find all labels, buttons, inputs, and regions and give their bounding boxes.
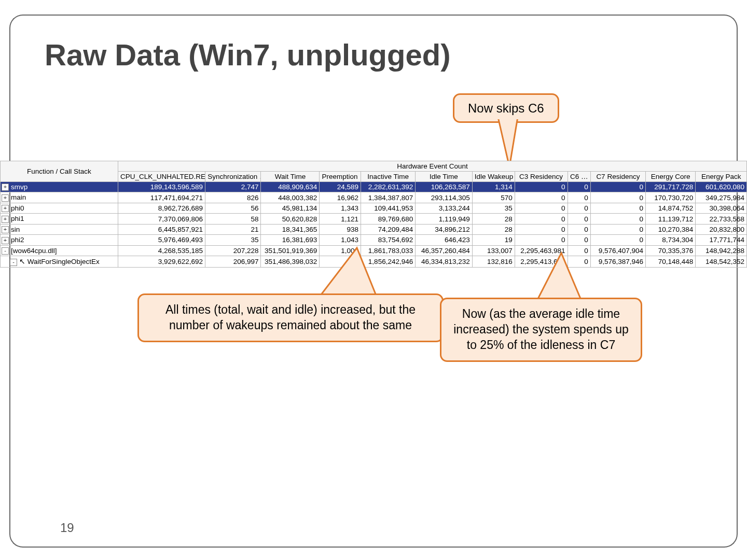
collapse-icon[interactable]: - <box>2 247 9 255</box>
cell: 2,282,631,392 <box>361 182 416 192</box>
col-header[interactable]: Idle Time <box>416 172 473 182</box>
expand-icon[interactable]: + <box>2 237 9 244</box>
data-table: Function / Call Stack Hardware Event Cou… <box>0 161 747 268</box>
expand-icon[interactable]: + <box>2 226 9 233</box>
col-header[interactable]: Energy Pack <box>696 172 747 182</box>
table-row[interactable]: +sin6,445,857,9212118,341,36593874,209,4… <box>1 224 747 234</box>
cell: 0 <box>590 192 645 203</box>
cell: 58 <box>205 214 261 224</box>
row-name[interactable]: +smvp <box>1 182 118 192</box>
callout-top: Now skips C6 <box>453 93 559 123</box>
cell: 293,114,305 <box>416 192 473 203</box>
frame-edge <box>9 44 10 519</box>
cell: 826 <box>205 192 261 203</box>
cell: 1,856,242,946 <box>361 256 416 267</box>
cell: 0 <box>590 182 645 192</box>
cell: 1,343 <box>320 203 361 213</box>
cell: 170,730,720 <box>646 192 696 203</box>
col-header[interactable]: Idle Wakeup <box>472 172 515 182</box>
frame-edge <box>38 547 709 548</box>
cell: 117,471,694,271 <box>118 192 205 203</box>
cell: 488,909,634 <box>261 182 320 192</box>
cell: 0 <box>515 192 568 203</box>
cell: 8,962,726,689 <box>118 203 205 213</box>
table-row[interactable]: +main117,471,694,271826448,003,38216,962… <box>1 192 747 203</box>
col-header-group: Hardware Event Count <box>118 161 746 172</box>
col-header[interactable]: Energy Core <box>646 172 696 182</box>
cell: 189,143,596,589 <box>118 182 205 192</box>
cell: 601,620,080 <box>696 182 747 192</box>
expand-icon[interactable]: + <box>2 205 9 212</box>
table-row[interactable]: +smvp189,143,596,5892,747488,909,63424,5… <box>1 182 747 192</box>
cell: 16,381,693 <box>261 235 320 245</box>
cell: 22,733,568 <box>696 214 747 224</box>
cell: 14,874,752 <box>646 203 696 213</box>
table-row[interactable]: +phi17,370,069,8065850,620,8281,12189,76… <box>1 214 747 224</box>
cell: 3,133,244 <box>416 203 473 213</box>
cell: 74,209,484 <box>361 224 416 234</box>
col-header[interactable]: Preemption … <box>320 172 361 182</box>
table-row[interactable]: -[wow64cpu.dll]4,268,535,185207,228351,5… <box>1 245 747 256</box>
cell: 70,335,376 <box>646 245 696 256</box>
cell: 2,295,463,981 <box>515 245 568 256</box>
table-row[interactable]: +phi08,962,726,6895645,981,1341,343109,4… <box>1 203 747 213</box>
col-header[interactable]: C6 … <box>568 172 590 182</box>
collapse-icon[interactable]: - <box>10 259 17 266</box>
cell: 0 <box>590 214 645 224</box>
table-row[interactable]: +phi25,976,469,4933516,381,6931,04383,75… <box>1 235 747 245</box>
callout-left: All times (total, wait and idle) increas… <box>137 293 444 342</box>
cell: 9,576,387,946 <box>590 256 645 267</box>
col-header[interactable]: Inactive Time <box>361 172 416 182</box>
cell: 2,295,413,695 <box>515 256 568 267</box>
cell: 0 <box>515 203 568 213</box>
cell: 89,769,680 <box>361 214 416 224</box>
cell: 20,832,800 <box>696 224 747 234</box>
cell: 0 <box>590 203 645 213</box>
cell: 2,747 <box>205 182 261 192</box>
col-header[interactable]: Synchronization … <box>205 172 261 182</box>
cell: 0 <box>568 182 590 192</box>
callout-right: Now (as the average idle time increased)… <box>440 298 642 362</box>
cell: 0 <box>515 182 568 192</box>
cell: 570 <box>472 192 515 203</box>
cell: 0 <box>568 192 590 203</box>
expand-icon[interactable]: + <box>2 216 9 223</box>
table-row[interactable]: -↖ WaitForSingleObjectEx3,929,622,692206… <box>1 256 747 267</box>
frame-corner <box>9 517 39 548</box>
col-header[interactable]: C7 Residency <box>590 172 645 182</box>
cell: 35 <box>205 235 261 245</box>
col-header[interactable]: C3 Residency <box>515 172 568 182</box>
frame-corner <box>708 517 738 548</box>
frame-edge <box>737 44 738 519</box>
expand-icon[interactable]: + <box>2 184 9 191</box>
col-header[interactable]: Wait Time <box>261 172 320 182</box>
cell: 6,445,857,921 <box>118 224 205 234</box>
row-name[interactable]: +sin <box>1 224 118 234</box>
row-name[interactable]: +phi2 <box>1 235 118 245</box>
cell: 8,734,304 <box>646 235 696 245</box>
cell: 70,148,448 <box>646 256 696 267</box>
cell: 206,997 <box>205 256 261 267</box>
cell: 132,816 <box>472 256 515 267</box>
cell: 349,275,984 <box>696 192 747 203</box>
col-header-function[interactable]: Function / Call Stack <box>1 161 118 182</box>
row-name[interactable]: +phi1 <box>1 214 118 224</box>
row-name[interactable]: +main <box>1 192 118 203</box>
cell: 24,589 <box>320 182 361 192</box>
cell: 1,384,387,807 <box>361 192 416 203</box>
row-name[interactable]: -[wow64cpu.dll] <box>1 245 118 256</box>
col-header[interactable]: CPU_CLK_UNHALTED.REF … <box>118 172 205 182</box>
cell: 0 <box>568 256 590 267</box>
cell: 938 <box>320 224 361 234</box>
frame-corner <box>708 15 738 45</box>
expand-icon[interactable]: + <box>2 194 9 202</box>
cell: 83,754,692 <box>361 235 416 245</box>
cell: 34,896,212 <box>416 224 473 234</box>
cell: 291,717,728 <box>646 182 696 192</box>
cell: 19 <box>472 235 515 245</box>
row-name[interactable]: +phi0 <box>1 203 118 213</box>
row-name[interactable]: -↖ WaitForSingleObjectEx <box>1 256 118 267</box>
cell: 50,620,828 <box>261 214 320 224</box>
slide-title: Raw Data (Win7, unplugged) <box>45 37 450 72</box>
cell: 148,942,288 <box>696 245 747 256</box>
